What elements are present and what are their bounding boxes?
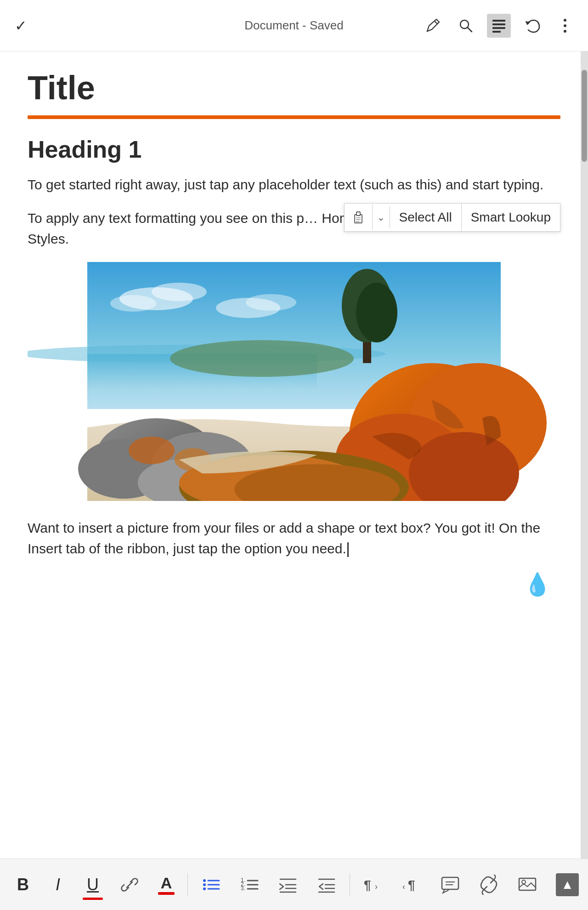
comment-icon: [440, 875, 460, 895]
svg-point-19: [246, 294, 296, 311]
paragraph-right-icon: ¶ ›: [363, 875, 383, 895]
svg-point-42: [203, 883, 206, 886]
more-options-button[interactable]: [553, 14, 577, 38]
svg-point-8: [564, 30, 566, 33]
svg-text:3.: 3.: [241, 885, 245, 892]
font-color-button[interactable]: A: [153, 869, 180, 901]
more-options-icon: [557, 17, 573, 34]
svg-point-40: [203, 879, 206, 882]
link-button[interactable]: [114, 869, 145, 901]
svg-text:¶: ¶: [408, 878, 415, 892]
svg-rect-4: [492, 27, 505, 29]
svg-point-17: [110, 295, 156, 312]
paragraph-left-icon: ¶ ‹: [401, 875, 422, 895]
top-bar-right: [421, 14, 577, 38]
bottom-toolbar: B I U A 1. 2.: [0, 859, 588, 910]
document-title: Document - Saved: [244, 18, 343, 33]
cursor-drop-icon: 💧: [524, 572, 551, 597]
svg-line-1: [468, 28, 472, 32]
body-text-2-container: To apply any text formatting you see on …: [28, 208, 560, 249]
beach-image: [28, 262, 560, 501]
scrollbar-thumb[interactable]: [582, 70, 587, 162]
body-text-3[interactable]: Want to insert a picture from your files…: [28, 518, 560, 559]
beach-scene-svg: [28, 262, 560, 501]
insert-image-button[interactable]: [512, 869, 543, 901]
svg-text:¶: ¶: [364, 878, 371, 892]
svg-rect-67: [519, 878, 536, 890]
font-color-label: A: [161, 874, 172, 892]
toolbar-divider-2: [350, 873, 350, 896]
svg-rect-13: [356, 221, 359, 222]
bullet-list-button[interactable]: [195, 869, 226, 901]
italic-button[interactable]: I: [44, 869, 72, 901]
svg-line-39: [127, 882, 132, 887]
paragraph-left-button[interactable]: ¶ ‹: [396, 869, 427, 901]
comment-button[interactable]: [435, 869, 466, 901]
svg-text:‹: ‹: [402, 882, 405, 891]
hyperlink-icon: [479, 875, 499, 895]
svg-text:›: ›: [375, 882, 378, 891]
paste-dropdown-arrow[interactable]: ⌄: [373, 206, 390, 228]
svg-point-25: [356, 283, 397, 342]
font-color-bar: [158, 892, 175, 895]
smart-lookup-button[interactable]: Smart Lookup: [462, 204, 560, 231]
document-area: Title Heading 1 To get started right awa…: [0, 51, 588, 859]
text-cursor: [347, 542, 349, 557]
search-icon: [458, 17, 474, 34]
document-title-text[interactable]: Title: [28, 70, 560, 106]
body-text-1[interactable]: To get started right away, just tap any …: [28, 174, 560, 195]
view-icon: [491, 17, 507, 34]
hyperlink-button[interactable]: [473, 869, 504, 901]
indent-increase-icon: [278, 875, 298, 895]
select-all-button[interactable]: Select All: [390, 204, 462, 231]
numbered-list-icon: 1. 2. 3.: [239, 875, 260, 895]
svg-rect-2: [492, 20, 505, 22]
indent-decrease-icon: [317, 875, 337, 895]
svg-point-22: [170, 340, 354, 377]
context-menu: ⌄ Select All Smart Lookup: [344, 203, 561, 232]
svg-rect-5: [492, 31, 501, 33]
svg-rect-12: [356, 219, 361, 220]
link-icon: [119, 875, 140, 895]
svg-point-16: [152, 283, 207, 301]
svg-rect-3: [492, 23, 505, 25]
indent-increase-button[interactable]: [272, 869, 304, 901]
heading1-text[interactable]: Heading 1: [28, 136, 560, 163]
svg-point-7: [564, 24, 566, 27]
top-bar: ✓ Document - Saved: [0, 0, 588, 51]
expand-chevron-icon: ▲: [561, 877, 574, 892]
svg-point-6: [564, 19, 566, 22]
numbered-list-button[interactable]: 1. 2. 3.: [234, 869, 265, 901]
svg-point-68: [522, 880, 526, 884]
check-button[interactable]: ✓: [11, 13, 31, 38]
bullet-list-icon: [201, 875, 221, 895]
cursor-drop-container: 💧: [28, 572, 560, 597]
top-bar-left: ✓: [11, 13, 31, 38]
paste-button[interactable]: [345, 205, 373, 230]
paragraph-right-button[interactable]: ¶ ›: [357, 869, 389, 901]
search-button[interactable]: [454, 14, 478, 38]
svg-point-44: [203, 887, 206, 890]
undo-button[interactable]: [520, 14, 544, 38]
paste-icon: [351, 210, 366, 225]
view-button[interactable]: [487, 14, 511, 38]
svg-rect-64: [442, 877, 458, 889]
svg-rect-10: [356, 212, 360, 216]
svg-rect-11: [356, 217, 361, 218]
toolbar-divider-1: [187, 873, 188, 896]
indent-decrease-button[interactable]: [311, 869, 342, 901]
insert-image-icon: [517, 875, 537, 895]
scrollbar-track[interactable]: [581, 51, 588, 859]
bold-button[interactable]: B: [9, 869, 37, 901]
pen-icon: [424, 17, 441, 34]
pen-button[interactable]: [421, 14, 445, 38]
svg-point-34: [129, 437, 175, 464]
undo-icon: [524, 17, 540, 34]
underline-button[interactable]: U: [79, 869, 107, 901]
expand-toolbar-button[interactable]: ▲: [556, 873, 579, 896]
title-rule: [28, 115, 560, 119]
